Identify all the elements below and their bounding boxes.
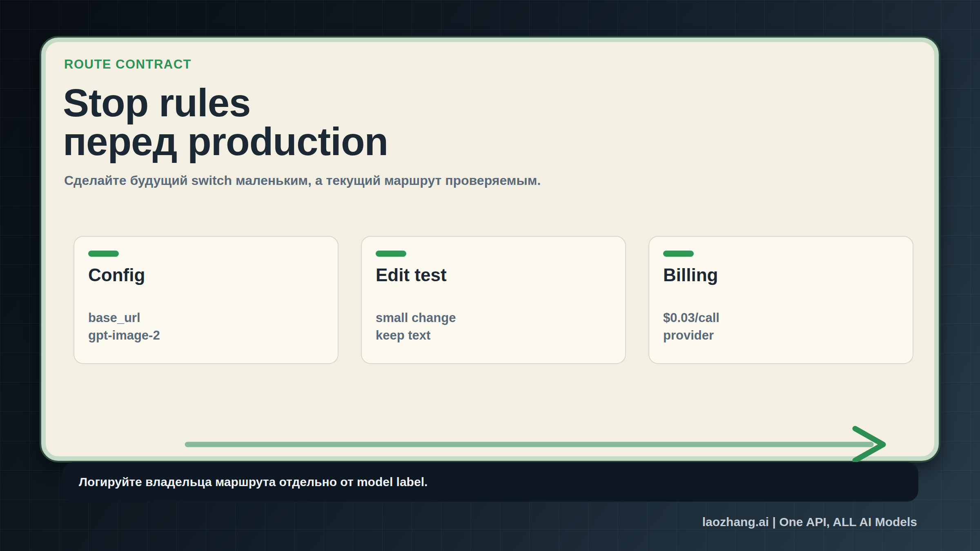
card-title: Edit test <box>376 265 611 285</box>
card-edit-test: Edit test small change keep text <box>361 236 626 364</box>
footer-note-text: Логируйте владельца маршрута отдельно от… <box>79 475 428 489</box>
card-billing: Billing $0.03/call provider <box>648 236 913 364</box>
card-line: base_url <box>88 309 324 327</box>
card-line: keep text <box>376 327 611 344</box>
footer-note-bar: Логируйте владельца маршрута отдельно от… <box>62 462 918 502</box>
flow-arrow <box>164 425 899 464</box>
eyebrow-label: ROUTE CONTRACT <box>64 57 192 72</box>
card-title: Config <box>88 265 324 285</box>
flow-arrow-icon <box>164 425 899 464</box>
slide-canvas: ROUTE CONTRACT Stop rules перед producti… <box>0 0 980 551</box>
steps-row: Config base_url gpt-image-2 Edit test sm… <box>74 236 913 364</box>
card-body: small change keep text <box>376 309 611 344</box>
page-title: Stop rules перед production <box>63 83 388 161</box>
card-line: gpt-image-2 <box>88 327 324 344</box>
accent-pill <box>376 251 406 257</box>
card-body: $0.03/call provider <box>663 309 899 344</box>
card-line: small change <box>376 309 611 327</box>
page-subtitle: Сделайте будущий switch маленьким, а тек… <box>64 173 541 188</box>
card-line: $0.03/call <box>663 309 899 327</box>
card-config: Config base_url gpt-image-2 <box>74 236 339 364</box>
watermark-text: laozhang.ai | One API, ALL AI Models <box>702 515 917 529</box>
card-line: provider <box>663 327 899 344</box>
page-title-line-2: перед production <box>63 122 388 161</box>
card-title: Billing <box>663 265 899 285</box>
accent-pill <box>663 251 694 257</box>
main-panel: ROUTE CONTRACT Stop rules перед producti… <box>40 36 940 462</box>
page-title-line-1: Stop rules <box>63 83 388 122</box>
card-body: base_url gpt-image-2 <box>88 309 324 344</box>
accent-pill <box>88 251 119 257</box>
